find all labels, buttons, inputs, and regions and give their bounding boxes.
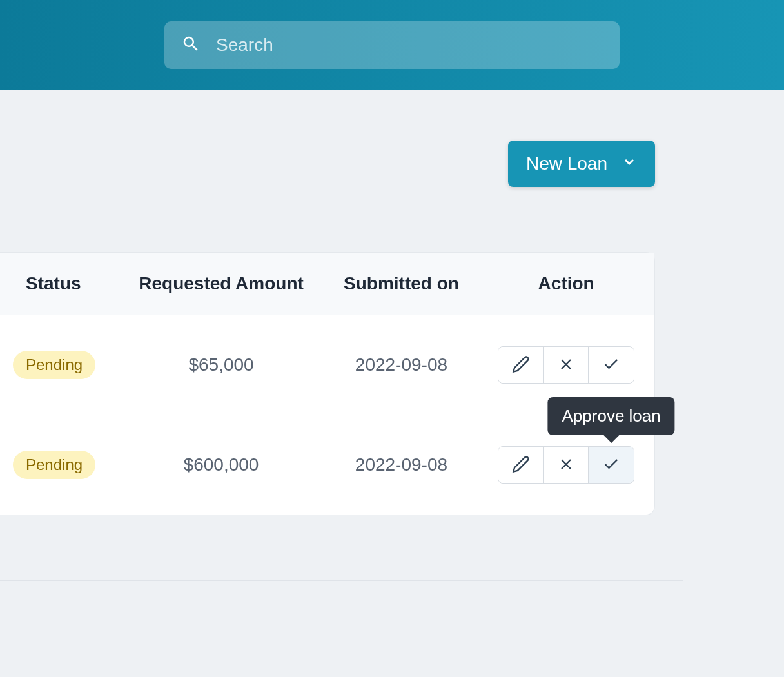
tooltip: Approve loan [548, 397, 675, 435]
edit-button[interactable] [498, 447, 544, 483]
check-icon [602, 455, 620, 475]
reject-button[interactable] [544, 347, 589, 383]
reject-button[interactable] [544, 447, 589, 483]
cell-action: Approve loan [478, 415, 654, 515]
chevron-down-icon [622, 153, 637, 174]
new-loan-button[interactable]: New Loan [508, 141, 655, 187]
col-action: Action [478, 253, 654, 315]
close-icon [557, 455, 575, 475]
col-requested-amount: Requested Amount [118, 253, 325, 315]
table-row: Pending $600,000 2022-09-08 [0, 415, 654, 515]
search-wrapper[interactable] [164, 21, 620, 69]
search-icon [181, 34, 201, 56]
status-badge: Pending [13, 351, 95, 379]
cell-status: Pending [0, 415, 118, 515]
cell-amount: $600,000 [118, 415, 325, 515]
action-group [498, 346, 634, 384]
approve-button[interactable] [589, 347, 634, 383]
col-submitted-on: Submitted on [325, 253, 478, 315]
top-actions: New Loan [0, 90, 784, 213]
new-loan-label: New Loan [526, 153, 607, 174]
cell-submitted: 2022-09-08 [325, 415, 478, 515]
cell-amount: $65,000 [118, 315, 325, 415]
tooltip-text: Approve loan [562, 406, 661, 426]
close-icon [557, 355, 575, 375]
table-section: Status Requested Amount Submitted on Act… [0, 213, 784, 515]
cell-status: Pending [0, 315, 118, 415]
footer-divider [0, 580, 683, 581]
status-badge: Pending [13, 451, 95, 479]
col-status: Status [0, 253, 118, 315]
approve-button[interactable]: Approve loan [589, 447, 634, 483]
cell-submitted: 2022-09-08 [325, 315, 478, 415]
edit-button[interactable] [498, 347, 544, 383]
search-input[interactable] [216, 35, 603, 55]
pencil-icon [512, 355, 530, 375]
action-group: Approve loan [498, 446, 634, 484]
loans-table: Status Requested Amount Submitted on Act… [0, 253, 654, 515]
pencil-icon [512, 455, 530, 475]
table-card: Status Requested Amount Submitted on Act… [0, 252, 655, 515]
check-icon [602, 355, 620, 375]
header-bar [0, 0, 784, 90]
table-header-row: Status Requested Amount Submitted on Act… [0, 253, 654, 315]
